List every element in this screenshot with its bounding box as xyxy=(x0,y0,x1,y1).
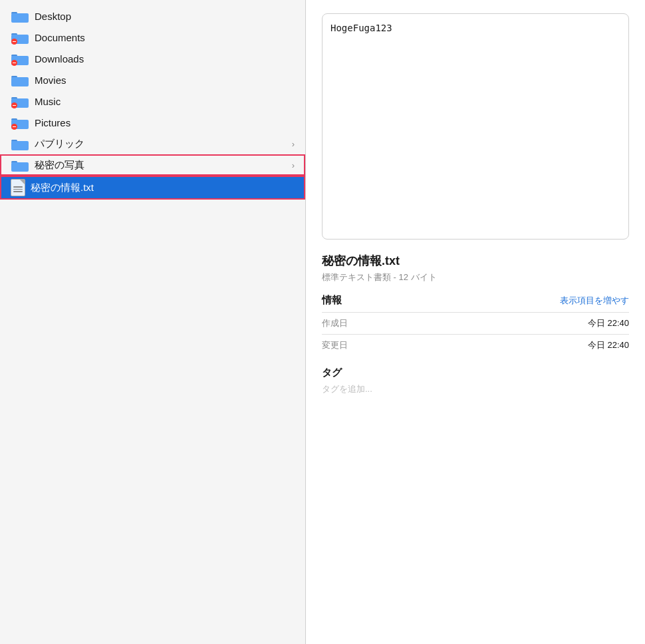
sidebar-item-music[interactable]: Music xyxy=(0,90,305,112)
file-preview-area: HogeFuga123 xyxy=(322,13,629,240)
folder-minus-badge xyxy=(11,102,17,108)
folder-icon xyxy=(11,51,29,66)
tags-placeholder[interactable]: タグを追加... xyxy=(322,383,629,395)
file-browser-panel: DesktopDocumentsDownloadsMoviesMusicPict… xyxy=(0,0,306,644)
info-row: 変更日今日 22:40 xyxy=(322,334,629,356)
info-header: 情報 表示項目を増やす xyxy=(322,294,629,307)
info-row: 作成日今日 22:40 xyxy=(322,312,629,334)
sidebar-item-label-secret-photos: 秘密の写真 xyxy=(35,159,292,172)
sidebar-item-documents[interactable]: Documents xyxy=(0,27,305,48)
tags-title: タグ xyxy=(322,367,629,379)
folder-icon xyxy=(11,158,29,172)
info-row-key: 作成日 xyxy=(322,317,348,329)
sidebar-item-label-pictures: Pictures xyxy=(35,117,295,128)
svg-rect-15 xyxy=(11,162,29,172)
preview-panel: HogeFuga123 秘密の情報.txt 標準テキスト書類 - 12 バイト … xyxy=(306,0,645,644)
sidebar-item-pictures[interactable]: Pictures xyxy=(0,112,305,133)
preview-text-content: HogeFuga123 xyxy=(330,23,392,33)
chevron-right-icon: › xyxy=(292,139,295,149)
info-rows-container: 作成日今日 22:40変更日今日 22:40 xyxy=(322,312,629,356)
txt-file-icon xyxy=(11,179,25,196)
file-info-section: 秘密の情報.txt 標準テキスト書類 - 12 バイト 情報 表示項目を増やす … xyxy=(322,253,629,395)
sidebar-item-movies[interactable]: Movies xyxy=(0,69,305,90)
folder-icon xyxy=(11,9,29,23)
info-more-link[interactable]: 表示項目を増やす xyxy=(560,295,629,307)
folder-minus-badge xyxy=(11,60,17,66)
sidebar-item-label-desktop: Desktop xyxy=(35,11,295,22)
sidebar-item-secret-file[interactable]: 秘密の情報.txt xyxy=(0,176,305,200)
folder-minus-badge xyxy=(11,39,17,45)
sidebar-item-label-music: Music xyxy=(35,96,295,107)
tags-section: タグ タグを追加... xyxy=(322,367,629,395)
sidebar-item-label-movies: Movies xyxy=(35,75,295,86)
folder-icon xyxy=(11,73,29,87)
chevron-right-icon: › xyxy=(292,160,295,170)
file-title: 秘密の情報.txt xyxy=(322,253,629,269)
folder-icon xyxy=(11,30,29,45)
sidebar-item-label-documents: Documents xyxy=(35,32,295,43)
sidebar-item-desktop[interactable]: Desktop xyxy=(0,5,305,27)
file-subtitle: 標準テキスト書類 - 12 バイト xyxy=(322,271,629,283)
sidebar-item-downloads[interactable]: Downloads xyxy=(0,48,305,69)
svg-rect-13 xyxy=(11,141,29,150)
svg-rect-1 xyxy=(11,13,29,23)
info-row-value: 今日 22:40 xyxy=(588,317,629,329)
sidebar-item-secret-photos[interactable]: 秘密の写真› xyxy=(0,154,305,176)
folder-icon xyxy=(11,115,29,130)
info-row-key: 変更日 xyxy=(322,339,348,351)
sidebar-item-label-secret-file: 秘密の情報.txt xyxy=(31,182,295,194)
folder-icon xyxy=(11,136,29,151)
sidebar-item-label-public: パブリック xyxy=(35,138,292,150)
svg-rect-7 xyxy=(11,77,29,86)
info-row-value: 今日 22:40 xyxy=(588,339,629,351)
folder-icon xyxy=(11,94,29,108)
folder-minus-badge xyxy=(11,124,17,130)
info-label: 情報 xyxy=(322,294,342,307)
sidebar-item-label-downloads: Downloads xyxy=(35,53,295,65)
sidebar-item-public[interactable]: パブリック› xyxy=(0,133,305,154)
